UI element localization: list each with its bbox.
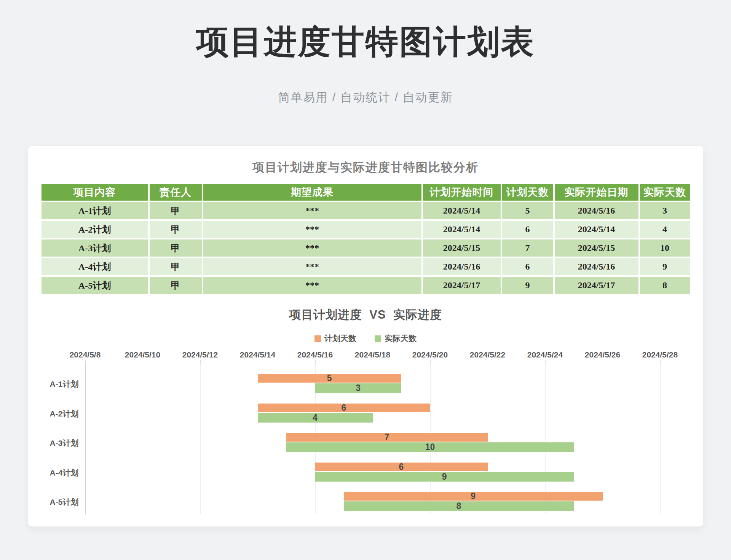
- legend-swatch: [375, 335, 381, 342]
- actual-bar: 9: [315, 472, 574, 482]
- gridline: [603, 364, 603, 514]
- x-tick-label: 2024/5/28: [632, 350, 689, 359]
- legend-item: 计划天数: [314, 333, 356, 343]
- table-cell: 8: [640, 277, 690, 295]
- table-cell: ***: [203, 221, 423, 239]
- x-tick-label: 2024/5/12: [172, 350, 229, 359]
- tick-mark: [488, 360, 488, 364]
- page-subtitle: 简单易用 / 自动统计 / 自动更新: [0, 89, 731, 105]
- column-header: 责任人: [150, 184, 203, 202]
- gridline: [488, 364, 488, 514]
- table-cell: 2024/5/14: [423, 202, 502, 221]
- table-cell: 甲: [150, 221, 203, 239]
- gridline: [258, 364, 258, 514]
- x-tick-label: 2024/5/24: [517, 350, 574, 359]
- table-cell: 6: [502, 221, 555, 239]
- plan-bar: 6: [258, 404, 430, 412]
- tick-mark: [545, 360, 546, 364]
- x-tick-label: 2024/5/26: [574, 350, 631, 359]
- bar-value: 7: [385, 433, 389, 442]
- column-header: 实际天数: [640, 184, 690, 202]
- table-cell: A-3计划: [41, 239, 150, 258]
- table-cell: A-1计划: [41, 202, 150, 221]
- x-tick-label: 2024/5/14: [229, 350, 286, 359]
- table-cell: 7: [502, 239, 555, 258]
- bar-value: 4: [313, 413, 318, 422]
- bar-value: 6: [399, 463, 404, 471]
- gantt-chart: 2024/5/82024/5/102024/5/122024/5/142024/…: [28, 346, 703, 519]
- tick-mark: [315, 360, 316, 364]
- bar-value: 3: [356, 384, 361, 392]
- legend-label: 实际天数: [385, 333, 417, 344]
- plan-bar: 6: [315, 463, 488, 471]
- table-cell: 9: [502, 277, 555, 295]
- table-header: 项目内容责任人期望成果计划开始时间计划天数实际开始日期实际天数: [41, 184, 690, 202]
- legend-swatch: [314, 335, 321, 342]
- gridline: [200, 364, 201, 514]
- chart-legend: 计划天数实际天数: [28, 333, 703, 343]
- actual-bar: 3: [315, 383, 402, 393]
- table-cell: 2024/5/15: [555, 239, 640, 258]
- column-header: 计划天数: [502, 184, 555, 202]
- table-row: A-1计划甲***2024/5/1452024/5/163: [41, 202, 690, 221]
- plan-bar: 7: [286, 433, 488, 442]
- gridline: [660, 364, 661, 514]
- table-cell: 2024/5/17: [555, 277, 640, 295]
- content-card: 项目计划进度与实际进度甘特图比较分析 项目内容责任人期望成果计划开始时间计划天数…: [28, 146, 703, 526]
- table-cell: 2024/5/14: [555, 221, 640, 239]
- column-header: 计划开始时间: [423, 184, 502, 202]
- tick-mark: [200, 360, 201, 364]
- tick-mark: [143, 360, 143, 364]
- table-cell: 甲: [150, 277, 203, 295]
- x-tick-label: 2024/5/10: [114, 350, 171, 359]
- table-cell: 2024/5/14: [423, 221, 502, 239]
- table-cell: 3: [640, 202, 690, 221]
- tick-mark: [430, 360, 431, 364]
- table-cell: ***: [203, 277, 423, 295]
- table-cell: 9: [640, 258, 690, 277]
- page-title: 项目进度甘特图计划表: [0, 0, 731, 64]
- table-cell: 2024/5/17: [423, 277, 502, 295]
- tick-mark: [258, 360, 258, 364]
- table-cell: 2024/5/16: [555, 258, 640, 277]
- column-header: 期望成果: [203, 184, 423, 202]
- gridline: [143, 364, 143, 514]
- tick-mark: [373, 360, 373, 364]
- table-cell: 2024/5/16: [423, 258, 502, 277]
- table-cell: ***: [203, 239, 423, 258]
- plan-bar: 9: [344, 492, 603, 501]
- table-cell: 甲: [150, 258, 203, 277]
- x-tick-label: 2024/5/8: [57, 350, 114, 359]
- table-cell: 10: [640, 239, 690, 258]
- table-cell: A-4计划: [41, 258, 150, 277]
- table-row: A-3计划甲***2024/5/1572024/5/1510: [41, 239, 690, 258]
- x-tick-label: 2024/5/16: [287, 350, 344, 359]
- actual-bar: 8: [344, 501, 574, 511]
- gridline: [545, 364, 546, 514]
- table-cell: ***: [203, 202, 423, 221]
- table-row: A-2计划甲***2024/5/1462024/5/144: [41, 221, 690, 239]
- x-tick-label: 2024/5/22: [459, 350, 516, 359]
- table-row: A-4计划甲***2024/5/1662024/5/169: [41, 258, 690, 277]
- table-title: 项目计划进度与实际进度甘特图比较分析: [28, 146, 703, 175]
- x-tick-label: 2024/5/18: [344, 350, 401, 359]
- column-header: 项目内容: [41, 184, 150, 202]
- bar-value: 6: [342, 404, 346, 412]
- table-cell: ***: [203, 258, 423, 277]
- bar-value: 10: [425, 443, 435, 452]
- column-header: 实际开始日期: [555, 184, 640, 202]
- table-cell: 2024/5/15: [423, 239, 502, 258]
- tick-mark: [660, 360, 661, 364]
- table-row: A-5计划甲***2024/5/1792024/5/178: [41, 277, 690, 295]
- table-body: A-1计划甲***2024/5/1452024/5/163A-2计划甲***20…: [41, 202, 690, 295]
- actual-bar: 4: [258, 413, 373, 423]
- tick-mark: [603, 360, 603, 364]
- legend-item: 实际天数: [375, 333, 417, 343]
- table-cell: 甲: [150, 202, 203, 221]
- table-cell: 4: [640, 221, 690, 239]
- chart-title: 项目计划进度 VS 实际进度: [28, 307, 703, 323]
- gantt-row-label: A-4计划: [43, 467, 85, 478]
- table-cell: A-5计划: [41, 277, 150, 295]
- tick-mark: [85, 360, 86, 364]
- comparison-table: 项目内容责任人期望成果计划开始时间计划天数实际开始日期实际天数 A-1计划甲**…: [41, 184, 690, 295]
